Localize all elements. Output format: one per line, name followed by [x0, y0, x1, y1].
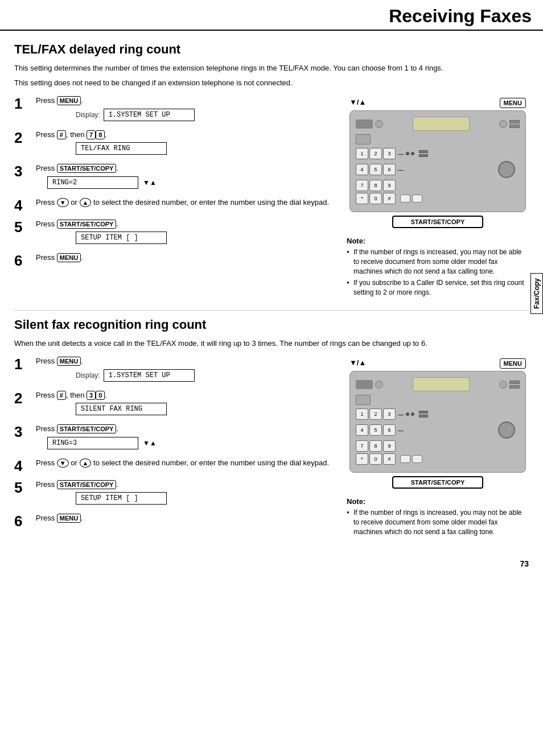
- s2-up-key: ▲: [80, 458, 92, 468]
- s2-keypad-row2: 4 5 6 —: [356, 422, 520, 439]
- knob-area: [498, 161, 515, 178]
- step5-display: SETUP ITEM [ ]: [76, 232, 335, 244]
- light2: [509, 125, 520, 128]
- s2-keypad-789: 7 8 9: [356, 440, 396, 452]
- step6: 6 Press MENU.: [14, 252, 335, 268]
- s2-step2: 2 Press #, then 30. SILENT FAX RING: [14, 390, 335, 418]
- s2-indicator-lights: [509, 381, 520, 389]
- keypad-123: 1 2 3: [356, 148, 396, 159]
- key7: 7: [87, 130, 96, 139]
- page-number: 73: [520, 559, 529, 568]
- s2-key3: 3: [87, 391, 96, 400]
- triangle-arrows: ▼▲: [143, 179, 157, 187]
- s2-key-4: 4: [356, 424, 368, 436]
- s2-key-star: *: [356, 453, 368, 465]
- dash2: —: [398, 167, 404, 173]
- s2-knob-area: [498, 422, 515, 439]
- s2-step6: 6 Press MENU.: [14, 513, 335, 528]
- s2-triangle-arrows: ▼▲: [143, 439, 157, 447]
- section1-notes: Note: If the number of rings is increase…: [347, 237, 529, 298]
- s2-dash2: —: [398, 427, 404, 433]
- s2-step2-content: Press #, then 30. SILENT FAX RING: [36, 390, 335, 418]
- s2-keypad-123: 1 2 3: [356, 408, 396, 420]
- s2-step4-content: Press ▼ or ▲ to select the desired numbe…: [36, 457, 335, 471]
- s2-light2: [509, 385, 520, 389]
- note1-item1: If the number of rings is increased, you…: [347, 247, 529, 276]
- btn-extra2: [412, 195, 422, 203]
- section1-title: TEL/FAX delayed ring count: [14, 42, 529, 57]
- s2-setup-item-box: SETUP ITEM [ ]: [76, 492, 167, 505]
- section1-intro2: This setting does not need to be changed…: [14, 77, 529, 89]
- dash1: —: [398, 151, 404, 157]
- s2-circle-btn2: [499, 381, 507, 389]
- step4-content: Press ▼ or ▲ to select the desired numbe…: [36, 197, 335, 210]
- note1-title: Note:: [347, 237, 529, 245]
- s2-down-key: ▼: [57, 458, 69, 468]
- step6-content: Press MENU.: [36, 252, 335, 266]
- s2-ind1: [419, 411, 428, 414]
- section2-title: Silent fax recognition ring count: [14, 317, 529, 332]
- start-set-copy-container: START/SET/COPY: [349, 216, 526, 228]
- diagram-menu-btn: MENU: [500, 98, 526, 108]
- s2-device-top-area: [356, 377, 520, 391]
- s2-right-indicators: [419, 411, 428, 418]
- step4: 4 Press ▼ or ▲ to select the desired num…: [14, 197, 335, 213]
- key-9: 9: [383, 180, 396, 191]
- setup-item-box: SETUP ITEM [ ]: [76, 232, 167, 244]
- s2-start-set-copy-container: START/SET/COPY: [349, 476, 526, 489]
- up-arrow-key: ▲: [80, 198, 92, 207]
- note1-item2: If you subscribe to a Caller ID service,…: [347, 278, 529, 298]
- dot1: [406, 152, 409, 155]
- step3-number: 3: [14, 164, 31, 179]
- s2-bottom-btns: [400, 455, 422, 463]
- key8: 8: [96, 130, 105, 139]
- s2-keypad-row4: * 0 #: [356, 453, 520, 465]
- step1-display: Display: 1.SYSTEM SET UP: [76, 109, 335, 121]
- step1-content: Press MENU. Display: 1.SYSTEM SET UP: [36, 95, 335, 123]
- s2-paper-tray-area: [356, 395, 520, 405]
- s2-step5: 5 Press START/SET/COPY. SETUP ITEM [ ]: [14, 479, 335, 507]
- section-divider: [14, 310, 529, 311]
- device-right-top: [499, 120, 520, 128]
- s2-step4: 4 Press ▼ or ▲ to select the desired num…: [14, 457, 335, 473]
- s2-small-circles: [406, 412, 414, 416]
- step2-number: 2: [14, 130, 31, 145]
- s2-ind2: [419, 415, 428, 418]
- start-set-copy-key: START/SET/COPY: [57, 164, 117, 173]
- step2-display: TEL/FAX RING: [76, 142, 335, 155]
- menu-key: MENU: [57, 96, 81, 105]
- s2-display-box: 1.SYSTEM SET UP: [104, 369, 195, 382]
- s2-step6-content: Press MENU.: [36, 513, 335, 526]
- section1: TEL/FAX delayed ring count This setting …: [14, 42, 529, 300]
- s2-device-right-top: [499, 381, 520, 389]
- note1-list: If the number of rings is increased, you…: [347, 247, 529, 298]
- side-tab: Fax/Copy: [530, 273, 543, 314]
- right-indicators: [419, 150, 428, 157]
- device-top-area: [356, 117, 520, 131]
- s2-device-body: 1 2 3 —: [349, 371, 526, 473]
- s2-device-left-top: [356, 380, 383, 389]
- section1-two-col: 1 Press MENU. Display: 1.SYSTEM SET UP 2…: [14, 95, 529, 300]
- s2-dot1: [406, 412, 409, 416]
- section2-steps: 1 Press MENU. Display: 1.SYSTEM SET UP 2…: [14, 356, 335, 539]
- keypad-row2: 4 5 6 —: [356, 161, 520, 178]
- s2-start-set-copy-diagram-btn: START/SET/COPY: [392, 476, 483, 489]
- main-content: TEL/FAX delayed ring count This setting …: [0, 31, 543, 553]
- device-diagram-wrapper: ▼/▲ MENU: [347, 95, 529, 231]
- s2-keypad-row1: 1 2 3 —: [356, 408, 520, 420]
- section1-intro1: This setting determines the number of ti…: [14, 63, 529, 74]
- small-circles: [406, 152, 414, 155]
- section1-diagram-col: ▼/▲ MENU: [347, 95, 529, 300]
- keypad-456: 4 5 6: [356, 164, 396, 175]
- s2-step1-display: Display: 1.SYSTEM SET UP: [76, 369, 335, 382]
- circle-btn1: [375, 120, 383, 128]
- key-8: 8: [369, 180, 382, 191]
- s2-paper-tray-icon: [356, 395, 371, 405]
- section2-notes: Note: If the number of rings is increase…: [347, 497, 529, 536]
- nav-arrows: ▼/▲: [349, 98, 366, 108]
- paper-tray-area: [356, 134, 520, 144]
- s2-step6-number: 6: [14, 514, 31, 528]
- s2-ring-box: RING=3: [47, 437, 138, 449]
- down-arrow-key: ▼: [57, 198, 69, 207]
- s2-start-key2: START/SET/COPY: [57, 480, 117, 489]
